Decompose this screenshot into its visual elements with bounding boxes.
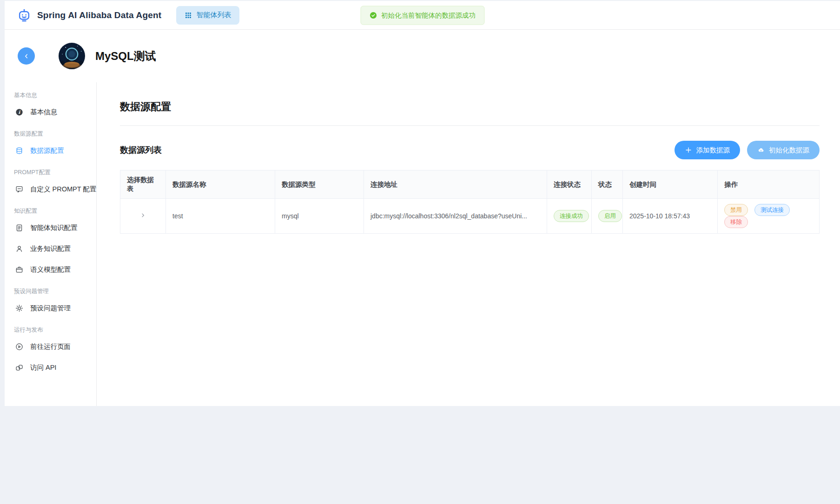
document-icon (15, 223, 24, 232)
topbar: Spring AI Alibaba Data Agent 智能体列表 初始化当前… (5, 1, 840, 30)
sidebar-item-api-access[interactable]: 访问 API (13, 357, 92, 378)
agent-list-button[interactable]: 智能体列表 (176, 6, 239, 25)
cell-name: test (166, 199, 275, 234)
col-type: 数据源类型 (275, 170, 364, 199)
cell-type: mysql (275, 199, 364, 234)
sidebar-item-business-knowledge[interactable]: 业务知识配置 (13, 238, 92, 259)
chat-square-icon (15, 185, 24, 194)
agent-list-button-label: 智能体列表 (196, 11, 231, 20)
page-title: 数据源配置 (120, 100, 820, 126)
col-status: 状态 (592, 170, 623, 199)
row-expand-chevron-right-icon[interactable] (139, 212, 146, 219)
add-datasource-label: 添加数据源 (696, 146, 730, 155)
cell-url: jdbc:mysql://localhost:3306/nl2sql_datab… (364, 199, 547, 234)
back-button[interactable] (18, 47, 35, 65)
sidebar-item-label: 访问 API (30, 363, 56, 372)
link-icon (15, 363, 24, 372)
sidebar-item-datasource-config[interactable]: 数据源配置 (13, 140, 92, 161)
status-badge: 启用 (598, 210, 622, 222)
agent-avatar (59, 43, 85, 69)
main-content: 数据源配置 数据源列表 添加数据源 (97, 82, 840, 406)
page: Spring AI Alibaba Data Agent 智能体列表 初始化当前… (0, 0, 840, 504)
info-circle-icon: i (15, 108, 24, 117)
init-datasource-label: 初始化数据源 (769, 146, 809, 155)
table-row: test mysql jdbc:mysql://localhost:3306/n… (120, 199, 820, 234)
sidebar-group-run: 运行与发布 (14, 326, 92, 334)
robot-logo-icon (17, 8, 32, 23)
col-select-tables: 选择数据表 (120, 170, 166, 199)
sidebar: 基本信息 i 基本信息 数据源配置 数据源配置 PROMPT配置 (5, 82, 97, 406)
sidebar-group-knowledge: 知识配置 (14, 207, 92, 215)
remove-button[interactable]: 移除 (724, 216, 748, 228)
check-circle-icon (369, 11, 377, 19)
agent-header: MySQL测试 (5, 30, 840, 82)
success-toast: 初始化当前智能体的数据源成功 (360, 6, 484, 25)
app-title: Spring AI Alibaba Data Agent (37, 10, 161, 20)
database-icon (15, 146, 24, 155)
sidebar-group-preset: 预设问题管理 (14, 288, 92, 295)
briefcase-icon (15, 265, 24, 274)
grid-icon (185, 12, 192, 19)
sidebar-item-label: 预设问题管理 (30, 304, 71, 313)
sidebar-item-semantic-model[interactable]: 语义模型配置 (13, 259, 92, 280)
sidebar-item-agent-knowledge[interactable]: 智能体知识配置 (13, 217, 92, 238)
chevron-left-icon (23, 52, 30, 60)
col-actions: 操作 (718, 170, 820, 199)
datasource-list-title: 数据源列表 (120, 144, 162, 156)
disable-button[interactable]: 禁用 (724, 204, 748, 216)
sidebar-item-basic-info[interactable]: i 基本信息 (13, 102, 92, 123)
sidebar-group-basic: 基本信息 (14, 92, 92, 99)
sidebar-item-run-page[interactable]: 前往运行页面 (13, 336, 92, 357)
agent-name: MySQL测试 (95, 49, 156, 64)
sidebar-item-label: 业务知识配置 (30, 244, 71, 253)
cell-created-at: 2025-10-10 18:57:43 (623, 199, 718, 234)
sidebar-item-label: 自定义 PROMPT 配置 (30, 185, 96, 194)
sidebar-item-preset-questions[interactable]: 预设问题管理 (13, 298, 92, 319)
connection-status-badge: 连接成功 (554, 210, 589, 222)
add-datasource-button[interactable]: 添加数据源 (675, 141, 741, 159)
gear-icon (15, 304, 24, 313)
sidebar-item-label: 基本信息 (30, 108, 57, 117)
init-datasource-button[interactable]: 初始化数据源 (747, 141, 820, 159)
play-circle-icon (15, 342, 24, 351)
datasource-table: 选择数据表 数据源名称 数据源类型 连接地址 连接状态 状态 创建时间 操作 (120, 170, 820, 234)
col-created-at: 创建时间 (623, 170, 718, 199)
plus-icon (685, 146, 692, 154)
sidebar-item-label: 前往运行页面 (30, 342, 71, 351)
test-connection-button[interactable]: 测试连接 (754, 204, 790, 216)
sidebar-group-prompt: PROMPT配置 (14, 169, 92, 177)
toast-message: 初始化当前智能体的数据源成功 (381, 11, 476, 20)
cloud-upload-icon (757, 146, 765, 154)
sidebar-item-label: 智能体知识配置 (30, 223, 78, 232)
sidebar-item-custom-prompt[interactable]: 自定义 PROMPT 配置 (13, 179, 92, 200)
user-icon (15, 244, 24, 253)
col-url: 连接地址 (364, 170, 547, 199)
sidebar-group-datasource: 数据源配置 (14, 130, 92, 138)
col-connection-status: 连接状态 (547, 170, 592, 199)
sidebar-item-label: 数据源配置 (30, 146, 64, 155)
sidebar-item-label: 语义模型配置 (30, 265, 71, 274)
col-name: 数据源名称 (166, 170, 275, 199)
table-header-row: 选择数据表 数据源名称 数据源类型 连接地址 连接状态 状态 创建时间 操作 (120, 170, 820, 199)
